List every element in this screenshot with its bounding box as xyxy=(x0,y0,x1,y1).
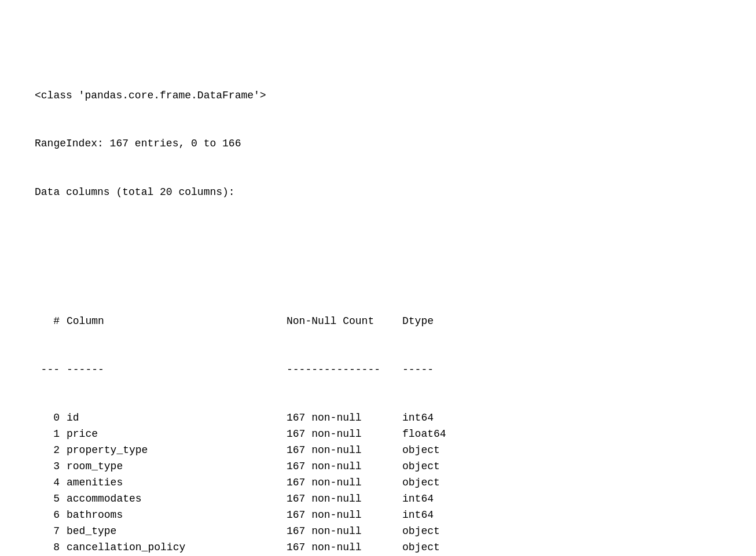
row-dtype: object xyxy=(402,540,518,556)
table-row: 2property_type167 non-nullobject xyxy=(35,443,721,459)
row-non-null-count: 167 non-null xyxy=(287,491,402,507)
row-col-name: property_type xyxy=(67,443,287,459)
row-dtype: int64 xyxy=(402,507,518,524)
row-col-name: room_type xyxy=(67,459,287,475)
header-name: Column xyxy=(67,314,287,330)
table-row: 7bed_type167 non-nullobject xyxy=(35,524,721,540)
row-non-null-count: 167 non-null xyxy=(287,459,402,475)
row-non-null-count: 167 non-null xyxy=(287,443,402,459)
sep-count: --------------- xyxy=(287,362,402,378)
row-dtype: float64 xyxy=(402,426,518,443)
dataframe-table: # Column Non-Null Count Dtype --- ------… xyxy=(35,281,721,556)
row-dtype: object xyxy=(402,459,518,475)
row-col-name: id xyxy=(67,410,287,426)
row-col-name: accommodates xyxy=(67,491,287,507)
separator-row: --- ------ --------------- ----- xyxy=(35,362,721,378)
sep-dtype: ----- xyxy=(402,362,518,378)
header-line3: Data columns (total 20 columns): xyxy=(35,185,721,201)
row-col-name: price xyxy=(67,426,287,443)
row-dtype: object xyxy=(402,443,518,459)
row-num: 6 xyxy=(35,507,67,524)
table-header-row: # Column Non-Null Count Dtype xyxy=(35,314,721,330)
header-dtype: Dtype xyxy=(402,314,518,330)
table-row: 3room_type167 non-nullobject xyxy=(35,459,721,475)
row-col-name: amenities xyxy=(67,475,287,491)
table-row: 5accommodates167 non-nullint64 xyxy=(35,491,721,507)
row-num: 1 xyxy=(35,426,67,443)
table-row: 4amenities167 non-nullobject xyxy=(35,475,721,491)
row-dtype: int64 xyxy=(402,410,518,426)
sep-num: --- xyxy=(35,362,67,378)
table-row: 6bathrooms167 non-nullint64 xyxy=(35,507,721,524)
row-dtype: object xyxy=(402,524,518,540)
row-non-null-count: 167 non-null xyxy=(287,524,402,540)
row-dtype: object xyxy=(402,475,518,491)
data-rows: 0id167 non-nullint641price167 non-nullfl… xyxy=(35,410,721,556)
row-dtype: int64 xyxy=(402,491,518,507)
table-row: 8cancellation_policy167 non-nullobject xyxy=(35,540,721,556)
row-num: 0 xyxy=(35,410,67,426)
sep-name: ------ xyxy=(67,362,287,378)
row-num: 5 xyxy=(35,491,67,507)
header-num: # xyxy=(35,314,67,330)
row-num: 8 xyxy=(35,540,67,556)
table-row: 0id167 non-nullint64 xyxy=(35,410,721,426)
row-num: 2 xyxy=(35,443,67,459)
row-num: 3 xyxy=(35,459,67,475)
header-line1: <class 'pandas.core.frame.DataFrame'> xyxy=(35,88,721,104)
row-col-name: cancellation_policy xyxy=(67,540,287,556)
header-count: Non-Null Count xyxy=(287,314,402,330)
row-num: 7 xyxy=(35,524,67,540)
row-col-name: bed_type xyxy=(67,524,287,540)
row-non-null-count: 167 non-null xyxy=(287,475,402,491)
row-num: 4 xyxy=(35,475,67,491)
row-non-null-count: 167 non-null xyxy=(287,410,402,426)
header-line2: RangeIndex: 167 entries, 0 to 166 xyxy=(35,136,721,152)
row-non-null-count: 167 non-null xyxy=(287,507,402,524)
row-non-null-count: 167 non-null xyxy=(287,540,402,556)
row-non-null-count: 167 non-null xyxy=(287,426,402,443)
row-col-name: bathrooms xyxy=(67,507,287,524)
output-container: <class 'pandas.core.frame.DataFrame'> Ra… xyxy=(35,23,721,556)
table-row: 1price167 non-nullfloat64 xyxy=(35,426,721,443)
